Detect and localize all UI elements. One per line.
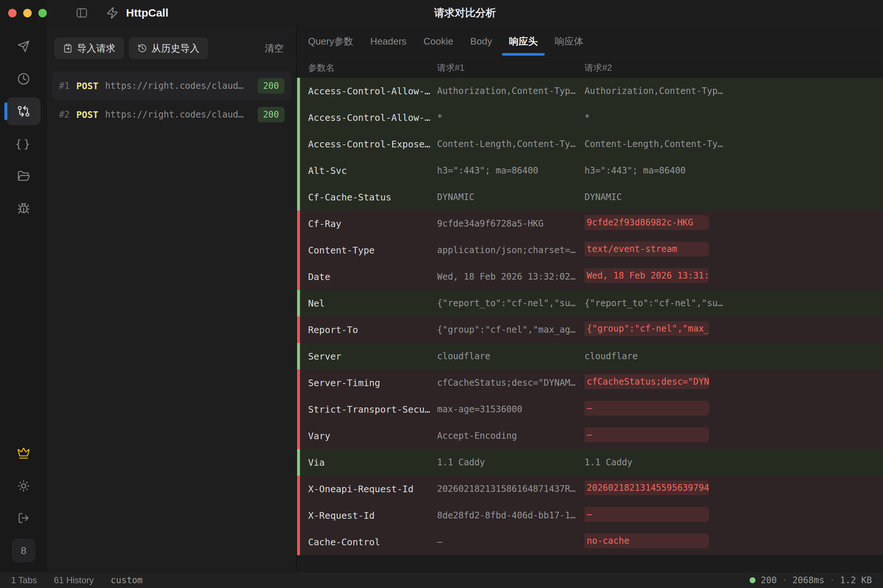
- tab-body[interactable]: Body: [470, 26, 492, 57]
- request1-value: 8de28fd2-8fbd-406d-bb17-1…: [437, 510, 584, 520]
- request2-value: *: [584, 112, 883, 123]
- request-item-1[interactable]: #1 POST https://right.codes/claud… 200: [53, 72, 291, 100]
- header-name: Report-To: [308, 325, 437, 335]
- diff-highlight: –: [584, 401, 709, 416]
- table-row: Cf-Cache-Status DYNAMIC DYNAMIC: [297, 184, 883, 210]
- request2-value: {"report_to":"cf-nel","su…: [584, 298, 883, 308]
- header-name: Nel: [308, 298, 437, 309]
- lightning-icon: [106, 7, 119, 19]
- request2-value: Authorization,Content-Typ…: [584, 86, 883, 96]
- send-icon: [17, 40, 30, 52]
- request1-value: cfCacheStatus;desc="DYNAM…: [437, 378, 584, 388]
- request1-value: 9cfde34a9f6728a5-HKG: [437, 219, 584, 229]
- table-row: Vary Accept-Encoding –: [297, 423, 883, 449]
- sidebar-count-badge[interactable]: 8: [12, 538, 35, 562]
- separator: ·: [830, 575, 835, 585]
- table-row: Cache-Control – no-cache: [297, 529, 883, 555]
- sidebar-item-history[interactable]: [7, 63, 41, 95]
- page-title: 请求对比分析: [47, 0, 883, 26]
- sidebar-item-logout[interactable]: [0, 512, 47, 524]
- app-name: HttpCall: [126, 7, 168, 19]
- header-name: Vary: [308, 430, 437, 441]
- close-window-button[interactable]: [8, 9, 17, 17]
- sidebar-item-compare[interactable]: [7, 97, 41, 125]
- request1-value: h3=":443"; ma=86400: [437, 165, 584, 176]
- history-icon: [17, 73, 30, 85]
- sidebar-item-collections[interactable]: [7, 160, 41, 192]
- request-index: #1: [59, 81, 70, 91]
- header-name: Access-Control-Expose…: [308, 139, 437, 150]
- import-from-history-label: 从历史导入: [152, 42, 200, 55]
- tab-headers[interactable]: Headers: [370, 26, 407, 57]
- response-size: 1.2 KB: [840, 575, 872, 585]
- header-name: Cache-Control: [308, 537, 437, 548]
- status-dot-icon: [749, 578, 755, 583]
- request1-value: application/json;charset=…: [437, 245, 584, 255]
- import-from-history-button[interactable]: 从历史导入: [129, 38, 208, 59]
- sidebar-nav: {}: [0, 30, 47, 225]
- header-name: Access-Control-Allow-…: [308, 86, 437, 96]
- bug-icon: [17, 202, 30, 215]
- tab-response-headers[interactable]: 响应头: [509, 26, 538, 57]
- import-request-button[interactable]: 导入请求: [54, 38, 124, 59]
- request2-value: no-cache: [584, 534, 883, 550]
- table-row: Report-To {"group":"cf-nel","max_ag… {"g…: [297, 316, 883, 343]
- tab-cookie[interactable]: Cookie: [423, 26, 453, 57]
- header-name: Cf-Cache-Status: [308, 192, 437, 202]
- response-status-code: 200: [761, 575, 776, 585]
- folder-icon: [17, 170, 30, 182]
- request1-value: max-age=31536000: [437, 404, 584, 414]
- request-item-2[interactable]: #2 POST https://right.codes/claud… 200: [53, 100, 291, 129]
- app-brand: HttpCall: [106, 0, 168, 26]
- sidebar-item-send[interactable]: [7, 30, 41, 63]
- diff-highlight: text/event-stream: [584, 242, 709, 256]
- request1-value: *: [437, 112, 584, 123]
- request2-value: 20260218213145595639794…: [584, 480, 883, 497]
- tab-query-params[interactable]: Query参数: [308, 26, 353, 57]
- tab-response-body[interactable]: 响应体: [555, 26, 583, 57]
- crown-icon: [17, 447, 30, 460]
- table-row: Access-Control-Allow-… Authorization,Con…: [297, 78, 883, 104]
- clear-button[interactable]: 清空: [264, 42, 284, 55]
- header-name: Strict-Transport-Secu…: [308, 404, 437, 415]
- sidebar-item-debug[interactable]: [7, 192, 41, 225]
- table-row: Content-Type application/json;charset=… …: [297, 237, 883, 263]
- sidebar-item-pro[interactable]: [0, 447, 47, 460]
- status-badge: 200: [258, 78, 284, 94]
- clipboard-import-icon: [63, 44, 73, 53]
- request1-value: Accept-Encoding: [437, 430, 584, 441]
- request2-value: 1.1 Caddy: [584, 457, 883, 468]
- comparison-panel: Query参数 Headers Cookie Body 响应头 响应体 参数名 …: [297, 26, 883, 572]
- request1-value: –: [437, 537, 584, 547]
- header-name: Cf-Ray: [308, 219, 437, 229]
- comparison-table: Access-Control-Allow-… Authorization,Con…: [297, 78, 883, 555]
- panel-toggle-icon: [75, 6, 89, 20]
- sidebar-toggle-button[interactable]: [75, 6, 89, 20]
- table-row: Cf-Ray 9cfde34a9f6728a5-HKG 9cfde2f93d86…: [297, 210, 883, 237]
- header-name: Access-Control-Allow-…: [308, 112, 437, 123]
- header-name: X-Oneapi-Request-Id: [308, 484, 437, 494]
- request2-value: Content-Length,Content-Ty…: [584, 139, 883, 149]
- import-request-label: 导入请求: [77, 42, 116, 55]
- request1-value: Content-Length,Content-Ty…: [437, 139, 584, 149]
- sidebar-item-theme[interactable]: [0, 480, 47, 492]
- table-row: Server cloudflare cloudflare: [297, 343, 883, 369]
- request2-value: cfCacheStatus;desc="DYN…: [584, 374, 883, 391]
- table-row: Strict-Transport-Secu… max-age=31536000 …: [297, 396, 883, 423]
- minimize-window-button[interactable]: [23, 9, 32, 17]
- sidebar: {} 8: [0, 0, 47, 572]
- history-restore-icon: [137, 44, 147, 53]
- diff-highlight: cfCacheStatus;desc="DYN…: [584, 374, 709, 389]
- response-summary: 200 · 2068ms · 1.2 KB: [749, 575, 872, 585]
- request2-value: –: [584, 401, 883, 418]
- maximize-window-button[interactable]: [38, 9, 47, 17]
- request2-value: cloudflare: [584, 351, 883, 362]
- request1-value: {"report_to":"cf-nel","su…: [437, 298, 584, 308]
- environment-selector[interactable]: custom: [111, 575, 143, 585]
- sidebar-item-variables[interactable]: {}: [7, 128, 41, 160]
- request2-value: –: [584, 428, 883, 444]
- request-list: #1 POST https://right.codes/claud… 200 #…: [47, 72, 296, 129]
- diff-highlight: {"group":"cf-nel","max_…: [584, 321, 709, 336]
- header-name: Server-Timing: [308, 378, 437, 388]
- sun-icon: [17, 480, 30, 492]
